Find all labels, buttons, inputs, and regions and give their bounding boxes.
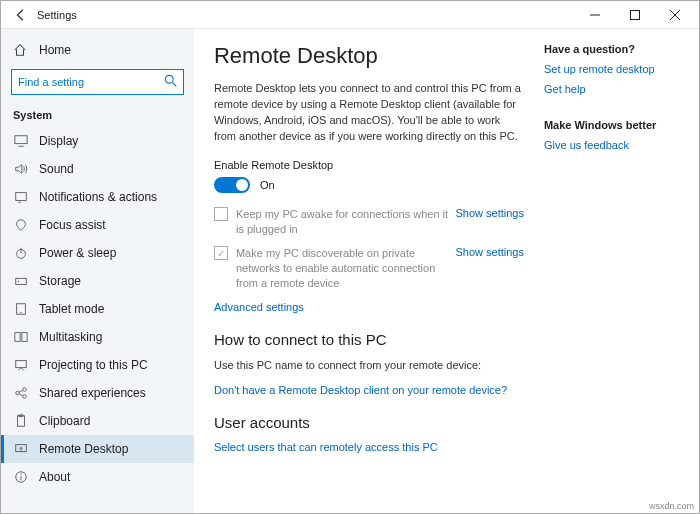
back-button[interactable] [9,3,33,27]
titlebar: Settings [1,1,699,29]
option-text: Make my PC discoverable on private netwo… [236,246,456,291]
search-input[interactable] [11,69,184,95]
svg-rect-1 [631,10,640,19]
focus-assist-icon [13,218,29,232]
howto-text: Use this PC name to connect from your re… [214,358,524,374]
main-column: Remote Desktop Remote Desktop lets you c… [214,43,524,503]
show-settings-discoverable[interactable]: Show settings [455,246,523,258]
window-body: Home System Display Sound Notifications … [1,29,699,513]
sidebar-item-display[interactable]: Display [1,127,194,155]
sidebar-item-sound[interactable]: Sound [1,155,194,183]
projecting-icon [13,358,29,372]
maximize-button[interactable] [615,1,655,29]
sidebar-item-label: About [39,470,70,484]
sidebar-item-label: Power & sleep [39,246,116,260]
aside-question: Have a question? Set up remote desktop G… [544,43,679,95]
sidebar-item-label: Multitasking [39,330,102,344]
minimize-button[interactable] [575,1,615,29]
page-title: Remote Desktop [214,43,524,69]
window-title: Settings [37,9,77,21]
sound-icon [13,162,29,176]
clipboard-icon [13,414,29,428]
sidebar-item-tablet-mode[interactable]: Tablet mode [1,295,194,323]
give-feedback-link[interactable]: Give us feedback [544,139,679,151]
sidebar-item-label: Notifications & actions [39,190,157,204]
shared-icon [13,386,29,400]
sidebar-item-shared-experiences[interactable]: Shared experiences [1,379,194,407]
toggle-switch-icon [214,177,250,193]
sidebar-item-multitasking[interactable]: Multitasking [1,323,194,351]
sidebar-item-label: Shared experiences [39,386,146,400]
sidebar-item-about[interactable]: About [1,463,194,491]
aside-question-title: Have a question? [544,43,679,55]
home-icon [13,43,29,57]
enable-label: Enable Remote Desktop [214,159,524,171]
show-settings-keep-awake[interactable]: Show settings [455,207,523,219]
sidebar-item-clipboard[interactable]: Clipboard [1,407,194,435]
sidebar: Home System Display Sound Notifications … [1,29,194,513]
settings-window: Settings Home System [0,0,700,514]
svg-point-14 [20,312,21,313]
sidebar-item-projecting[interactable]: Projecting to this PC [1,351,194,379]
svg-point-28 [20,473,21,474]
sidebar-item-storage[interactable]: Storage [1,267,194,295]
display-icon [13,134,29,148]
aside-feedback-title: Make Windows better [544,119,679,131]
sidebar-item-home[interactable]: Home [1,37,194,63]
select-users-link[interactable]: Select users that can remotely access th… [214,441,524,453]
close-button[interactable] [655,1,695,29]
svg-rect-15 [15,333,20,342]
advanced-settings-link[interactable]: Advanced settings [214,301,524,313]
sidebar-item-label: Tablet mode [39,302,104,316]
sidebar-item-label: Sound [39,162,74,176]
setup-remote-desktop-link[interactable]: Set up remote desktop [544,63,679,75]
svg-point-4 [165,75,173,83]
sidebar-item-label: Focus assist [39,218,106,232]
svg-point-18 [16,391,20,395]
aside-feedback: Make Windows better Give us feedback [544,119,679,151]
sidebar-item-label: Display [39,134,78,148]
page-description: Remote Desktop lets you connect to and c… [214,81,524,145]
howto-heading: How to connect to this PC [214,331,524,348]
get-help-link[interactable]: Get help [544,83,679,95]
accounts-heading: User accounts [214,414,524,431]
svg-rect-16 [22,333,27,342]
sidebar-item-notifications[interactable]: Notifications & actions [1,183,194,211]
search-box[interactable] [11,69,184,95]
power-icon [13,246,29,260]
content-area: Remote Desktop Remote Desktop lets you c… [194,29,699,513]
sidebar-item-label: Remote Desktop [39,442,128,456]
svg-point-12 [18,281,19,282]
option-discoverable: ✓ Make my PC discoverable on private net… [214,246,524,291]
checkbox-keep-awake[interactable] [214,207,228,221]
storage-icon [13,274,29,288]
about-icon [13,470,29,484]
sidebar-item-label: Clipboard [39,414,90,428]
option-keep-awake: Keep my PC awake for connections when it… [214,207,524,237]
notifications-icon [13,190,29,204]
watermark: wsxdn.com [649,501,694,511]
sidebar-home-label: Home [39,43,71,57]
sidebar-item-label: Projecting to this PC [39,358,148,372]
sidebar-item-power-sleep[interactable]: Power & sleep [1,239,194,267]
sidebar-item-remote-desktop[interactable]: Remote Desktop [1,435,194,463]
svg-rect-17 [16,361,27,368]
sidebar-group-system: System [1,105,194,127]
checkbox-discoverable[interactable]: ✓ [214,246,228,260]
svg-rect-6 [15,136,27,144]
sidebar-item-focus-assist[interactable]: Focus assist [1,211,194,239]
tablet-icon [13,302,29,316]
remote-desktop-icon [13,442,29,456]
svg-rect-11 [16,278,27,284]
enable-toggle[interactable]: On [214,177,524,193]
svg-rect-8 [16,193,27,201]
svg-line-5 [173,83,177,87]
svg-line-21 [19,390,23,392]
no-client-link[interactable]: Don't have a Remote Desktop client on yo… [214,384,524,396]
aside-column: Have a question? Set up remote desktop G… [544,43,679,503]
svg-rect-23 [18,416,25,427]
search-icon [164,74,178,88]
option-text: Keep my PC awake for connections when it… [236,207,456,237]
multitasking-icon [13,330,29,344]
svg-line-22 [19,394,23,396]
